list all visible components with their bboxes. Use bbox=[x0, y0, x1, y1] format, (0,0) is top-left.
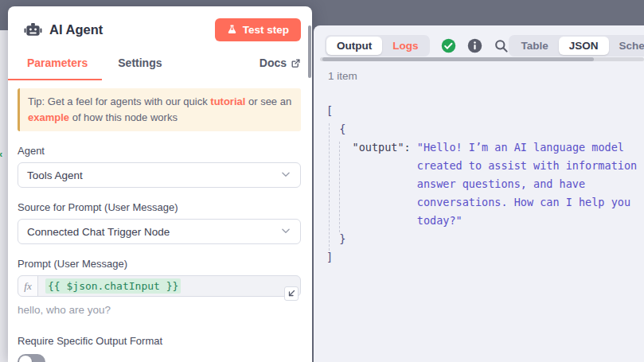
tip-callout: Tip: Get a feel for agents with our quic… bbox=[18, 88, 301, 131]
search-icon[interactable] bbox=[494, 38, 509, 53]
view-mode-switch: Table JSON Schema bbox=[509, 35, 644, 56]
input-connection-icon: ‹ bbox=[0, 148, 2, 160]
result-mode-switch: Output Logs bbox=[325, 35, 430, 56]
success-check-icon bbox=[441, 38, 456, 53]
prompt-field-label: Prompt (User Message) bbox=[18, 258, 301, 270]
agent-select[interactable]: Tools Agent bbox=[18, 162, 301, 188]
tutorial-link[interactable]: tutorial bbox=[210, 95, 245, 107]
docs-link[interactable]: Docs bbox=[260, 56, 301, 69]
agent-field-label: Agent bbox=[18, 145, 301, 157]
items-count: 1 item bbox=[328, 70, 357, 82]
indent-guide bbox=[329, 123, 330, 251]
tab-json[interactable]: JSON bbox=[559, 37, 609, 55]
fx-badge: fx bbox=[18, 276, 38, 296]
output-panel: Output Logs Table JSON Schema bbox=[314, 25, 644, 362]
json-output-view: [ { "output": "Hello! I’m an AI language… bbox=[326, 102, 644, 362]
chevron-down-icon bbox=[280, 169, 291, 182]
expand-expression-button[interactable] bbox=[284, 286, 299, 301]
tab-schema[interactable]: Schema bbox=[609, 37, 644, 55]
horizontal-scrollbar bbox=[320, 57, 644, 61]
robot-icon bbox=[24, 21, 42, 39]
resolved-expression-hint: hello, who are you? bbox=[18, 304, 301, 316]
tab-settings[interactable]: Settings bbox=[118, 56, 162, 69]
tab-parameters[interactable]: Parameters bbox=[27, 56, 88, 69]
indent-guide bbox=[339, 142, 340, 232]
node-title: AI Agent bbox=[49, 22, 215, 37]
toggle-knob bbox=[19, 356, 32, 362]
output-panel-header: Output Logs Table JSON Schema bbox=[325, 35, 633, 56]
tab-output[interactable]: Output bbox=[326, 37, 382, 55]
chevron-down-icon bbox=[280, 225, 291, 239]
card-vertical-scrollbar[interactable] bbox=[308, 25, 311, 78]
info-icon[interactable] bbox=[467, 38, 482, 53]
prompt-source-label: Source for Prompt (User Message) bbox=[18, 201, 301, 213]
output-format-label: Require Specific Output Format bbox=[18, 335, 301, 347]
expression-token: {{ $json.chatInput }} bbox=[45, 278, 181, 294]
tab-table[interactable]: Table bbox=[510, 37, 558, 55]
horizontal-scrollbar-thumb[interactable] bbox=[322, 57, 594, 61]
prompt-source-select[interactable]: Connected Chat Trigger Node bbox=[18, 219, 301, 244]
tab-logs[interactable]: Logs bbox=[382, 37, 428, 55]
node-tabs: Parameters Settings Docs bbox=[18, 53, 301, 73]
test-step-button[interactable]: Test step bbox=[215, 18, 301, 41]
output-format-toggle[interactable] bbox=[18, 354, 45, 362]
example-link[interactable]: example bbox=[28, 111, 69, 123]
flask-icon bbox=[227, 24, 237, 35]
json-code: [ { "output": "Hello! I’m an AI language… bbox=[326, 102, 644, 267]
external-link-icon bbox=[291, 58, 301, 68]
node-settings-panel: AI Agent Test step Parameters Settings D… bbox=[8, 6, 312, 362]
prompt-expression-input[interactable]: fx {{ $json.chatInput }} bbox=[18, 275, 301, 297]
canvas-edge-strip: ‹ bbox=[0, 30, 8, 362]
node-header: AI Agent Test step bbox=[18, 18, 301, 41]
active-tab-underline bbox=[8, 79, 102, 81]
